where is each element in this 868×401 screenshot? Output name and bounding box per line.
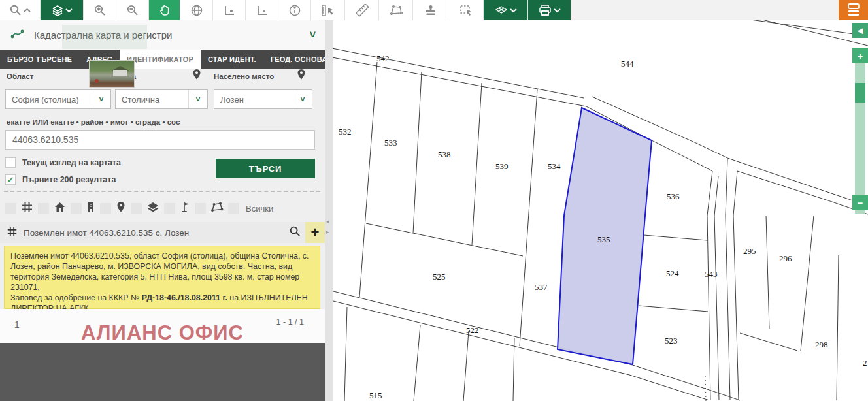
measure-distance-button[interactable] [345,0,379,20]
panel-resize-divider[interactable]: ◂ ▸ [325,20,333,401]
parcel-label: 533 [384,138,397,148]
measure-distance-icon [355,4,369,17]
tab-geod-basis[interactable]: ГЕОД. ОСНОВА [263,50,335,69]
obshtina-select[interactable]: Столична ˅ [115,89,208,109]
chevron-down-icon: ˅ [92,90,110,108]
printer-icon [538,4,552,17]
result-details: Поземлен имот 44063.6210.535, област Соф… [4,246,320,309]
filter-checkbox[interactable] [164,203,175,214]
zoom-to-result-button[interactable] [289,225,301,240]
filter-checkbox[interactable] [100,203,111,214]
print-menu-button[interactable] [528,0,571,20]
parcel-label: 515 [369,391,382,400]
zoom-in-icon [93,4,107,17]
parcel-label: 296 [779,253,792,263]
stamp-tool-button[interactable] [413,0,448,20]
select-region-button[interactable] [448,0,484,20]
tab-bar: БЪРЗО ТЪРСЕНЕ АДРЕС ИДЕНТИФИКАТОР СТАР И… [0,50,325,69]
layers-icon [51,4,64,17]
polygon-icon [210,201,224,216]
obshtina-value: Столична [116,95,188,104]
expand-right-icon[interactable]: ▸ [326,229,329,235]
map-zoom-in-button[interactable]: + [852,48,868,63]
search-button[interactable]: ТЪРСИ [216,159,315,178]
search-panel-toggle-button[interactable] [0,0,41,20]
chevron-down-icon [65,7,73,14]
chevron-down-icon [554,7,561,14]
parcel-label: 524 [666,268,679,278]
left-panel: Кадастрална карта и регистри ˅ БЪРЗО ТЪР… [0,20,325,401]
measure-area-button[interactable] [379,0,413,20]
filter-checkbox[interactable] [195,203,206,214]
tab-quick-search[interactable]: БЪРЗО ТЪРСЕНЕ [0,50,79,69]
info-icon [288,4,301,17]
filter-checkbox-all[interactable] [228,203,239,214]
oblast-label: Област [7,72,34,80]
basemap-menu-button[interactable] [484,0,528,20]
result-type-filters: Всички [5,200,320,217]
filter-checkbox[interactable] [131,203,142,214]
chevron-up-icon [24,7,31,14]
expand-result-button[interactable]: + [305,222,325,243]
flag-icon [180,201,190,216]
page-number[interactable]: 1 [14,319,20,330]
parcel-label-partial: 2 [863,358,867,368]
filter-checkbox[interactable] [38,203,49,214]
order-prefix: Заповед за одобрение на КККР № [10,293,142,302]
identifier-input[interactable] [5,130,315,150]
map-area[interactable]: 542 544 532 533 538 539 534 536 535 525 … [333,20,868,401]
parcel-label: 542 [376,54,390,63]
toolbar-spacer [571,0,839,20]
first-200-checkbox[interactable]: ✓ [5,174,16,185]
globe-tool-button[interactable] [180,0,213,20]
pan-back-button[interactable]: ◄ [852,23,868,38]
current-view-checkbox[interactable] [5,157,16,168]
collapse-left-icon[interactable]: ◂ [326,219,329,225]
oblast-select[interactable]: София (столица) ˅ [5,89,111,109]
cadastral-map-svg[interactable]: 542 544 532 533 538 539 534 536 535 525 … [333,20,868,401]
filter-checkbox[interactable] [5,203,16,214]
menu-button[interactable] [839,0,868,20]
parcel-label: 523 [665,336,678,345]
building-icon [86,201,95,216]
pan-hand-icon [159,4,171,17]
settlement-select[interactable]: Лозен ˅ [214,89,312,109]
parcel-grid-icon [7,226,18,240]
map-zoom-out-button[interactable]: − [852,195,868,210]
parcel-label: 543 [705,269,718,279]
layers-icon [146,201,159,216]
parcel-label: 522 [466,325,479,335]
filter-all-label: Всички [246,204,273,214]
settlement-value: Лозен [214,95,293,104]
parcel-label-selected: 535 [597,234,610,244]
order-number: РД-18-46./18.08.2011 г. [142,293,227,302]
parcel-label: 298 [815,340,828,349]
next-extent-button[interactable] [246,0,278,20]
service-header[interactable]: Кадастрална карта и регистри ˅ [0,20,325,50]
previous-extent-button[interactable] [213,0,246,20]
toolbar [0,0,868,21]
parcel-label: 539 [495,161,509,171]
tab-old-ident[interactable]: СТАР ИДЕНТ. [201,50,263,69]
layers-menu-button[interactable] [41,0,84,20]
photo-overlay [90,61,134,87]
select-scale-button[interactable] [311,0,345,20]
zoom-slider-handle[interactable] [855,83,865,103]
filter-checkbox[interactable] [71,203,82,214]
first-200-label: Първите 200 резултата [22,175,116,184]
result-row[interactable]: Поземлен имот 44063.6210.535 с. Лозен + [0,222,325,243]
photo-ghost-overlay [62,25,147,49]
zoom-in-button[interactable] [84,0,116,20]
location-pin-icon [296,69,307,83]
current-view-label: Текущ изглед на картата [22,158,121,167]
search-icon [9,4,22,17]
layers-icon [494,4,509,17]
page-range: 1 - 1 / 1 [276,317,304,327]
parcel-label: 532 [339,127,352,136]
zoom-out-button[interactable] [116,0,149,20]
select-scale-icon [321,4,335,17]
pagination-row: 1 1 - 1 / 1 [0,309,325,343]
measure-area-icon [389,4,403,17]
pan-tool-button[interactable] [149,0,180,20]
info-tool-button[interactable] [278,0,311,20]
